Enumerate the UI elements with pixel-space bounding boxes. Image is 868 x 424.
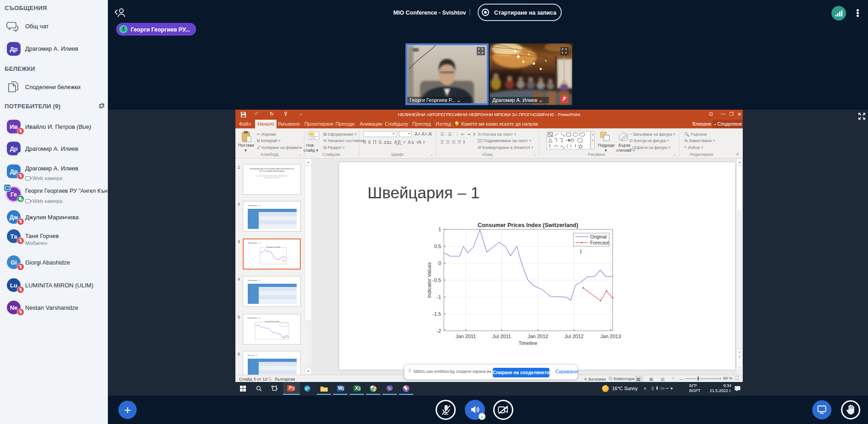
svg-text:Indicator Values: Indicator Values — [426, 262, 432, 298]
svg-text:Jan 2011: Jan 2011 — [456, 334, 476, 339]
svg-text:-1: -1 — [437, 294, 441, 300]
svg-text:Jul 2011: Jul 2011 — [492, 334, 511, 339]
svg-text:0: 0 — [438, 260, 441, 266]
svg-text:Consumer Prices Index (Switzer: Consumer Prices Index (Switzerland) — [478, 222, 578, 228]
svg-text:0.5: 0.5 — [434, 244, 441, 249]
svg-text:1: 1 — [438, 227, 441, 232]
svg-text:I: I — [580, 248, 582, 255]
svg-text:Jan 2012: Jan 2012 — [527, 334, 548, 339]
svg-text:Original: Original — [590, 234, 607, 239]
svg-text:Timeline: Timeline — [518, 340, 537, 346]
svg-text:Consumer Prices Index: Consumer Prices Index — [266, 246, 281, 248]
svg-text:-2: -2 — [437, 328, 441, 334]
svg-text:Jul 2012: Jul 2012 — [564, 334, 584, 339]
svg-text:-1.5: -1.5 — [432, 311, 441, 317]
svg-text:Forecast: Forecast — [590, 240, 609, 245]
svg-text:-0.5: -0.5 — [432, 277, 441, 283]
svg-text:Jan 2013: Jan 2013 — [600, 334, 621, 339]
svg-text:Consumer Prices Index: Consumer Prices Index — [265, 321, 279, 323]
